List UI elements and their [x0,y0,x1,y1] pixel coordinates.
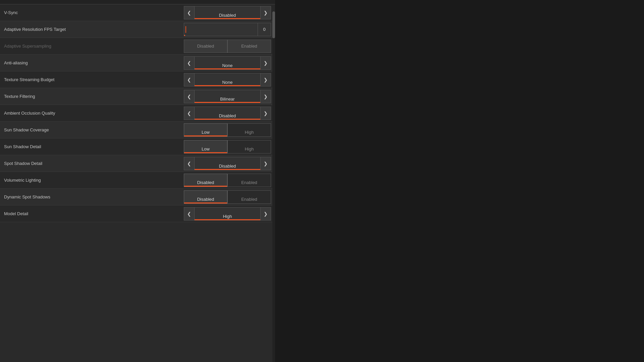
arrow-value-model-detail: High [195,207,260,221]
fps-slider-adaptive-resolution[interactable] [184,23,258,36]
scrollbar[interactable] [272,11,275,362]
arrow-value-bar-ambient-occlusion [195,119,260,120]
toggle-btn-enabled-dynamic-spot-shadows[interactable]: Enabled [227,190,271,204]
arrow-value-bar-texture-streaming [195,85,260,86]
setting-row-anti-aliasing: Anti-aliasing❮None❯ [0,55,275,71]
setting-row-texture-streaming: Texture Streaming Budget❮None❯ [0,71,275,88]
setting-row-texture-filtering: Texture Filtering❮Bilinear❯ [0,88,275,105]
left-arrow-btn-ambient-occlusion[interactable]: ❮ [184,107,195,120]
left-arrow-btn-anti-aliasing[interactable]: ❮ [184,56,195,70]
toggle-btn-high-sun-shadow-detail[interactable]: High [227,140,271,154]
setting-label-model-detail: Model Detail [4,211,28,216]
arrow-value-text-ambient-occlusion: Disabled [219,113,236,118]
left-arrow-btn-texture-filtering[interactable]: ❮ [184,90,195,103]
toggle-btn-disabled-volumetric-lighting[interactable]: Disabled [184,174,227,187]
setting-label-vsync: V-Sync [4,10,18,15]
right-arrow-btn-texture-streaming[interactable]: ❯ [260,73,271,86]
arrow-value-text-texture-filtering: Bilinear [220,97,234,102]
arrow-control-texture-streaming: ❮None❯ [184,73,271,86]
scrollbar-thumb[interactable] [272,11,275,38]
setting-label-dynamic-spot-shadows: Dynamic Spot Shadows [4,194,50,199]
setting-label-adaptive-supersampling: Adaptive Supersampling [4,44,51,49]
setting-label-sun-shadow-detail: Sun Shadow Detail [4,144,41,149]
setting-label-texture-streaming: Texture Streaming Budget [4,77,54,82]
toggle-btn-enabled-volumetric-lighting[interactable]: Enabled [227,174,271,187]
arrow-value-vsync: Disabled [195,6,260,19]
setting-label-texture-filtering: Texture Filtering [4,94,35,99]
setting-label-spot-shadow-detail: Spot Shadow Detail [4,161,42,166]
setting-row-sun-shadow-coverage: Sun Shadow CoverageLowHigh [0,122,275,138]
advanced-settings-panel: V-Sync❮Disabled❯Adaptive Resolution FPS … [0,0,275,362]
ss-control-adaptive-supersampling: DisabledEnabled [184,40,271,53]
fps-cursor-adaptive-resolution [185,26,186,33]
arrow-value-texture-filtering: Bilinear [195,90,260,103]
setting-row-adaptive-supersampling: Adaptive SupersamplingDisabledEnabled [0,38,275,55]
ss-btn-enabled-adaptive-supersampling[interactable]: Enabled [227,40,271,53]
left-arrow-btn-spot-shadow-detail[interactable]: ❮ [184,157,195,170]
arrow-value-bar-spot-shadow-detail [195,169,260,170]
ss-btn-disabled-adaptive-supersampling[interactable]: Disabled [184,40,227,53]
left-arrow-btn-model-detail[interactable]: ❮ [184,207,195,221]
arrow-control-texture-filtering: ❮Bilinear❯ [184,90,271,103]
setting-row-sun-shadow-detail: Sun Shadow DetailLowHigh [0,138,275,155]
setting-row-adaptive-resolution: Adaptive Resolution FPS Target0 [0,21,275,38]
arrow-value-spot-shadow-detail: Disabled [195,157,260,170]
left-arrow-btn-texture-streaming[interactable]: ❮ [184,73,195,86]
arrow-control-spot-shadow-detail: ❮Disabled❯ [184,157,271,170]
arrow-value-bar-anti-aliasing [195,68,260,69]
toggle-btn-disabled-dynamic-spot-shadows[interactable]: Disabled [184,190,227,204]
toggle-btn-low-sun-shadow-detail[interactable]: Low [184,140,227,154]
setting-row-dynamic-spot-shadows: Dynamic Spot ShadowsDisabledEnabled [0,189,275,205]
toggle-control-dynamic-spot-shadows: DisabledEnabled [184,190,271,204]
arrow-control-model-detail: ❮High❯ [184,207,271,221]
panel-header [0,0,275,4]
setting-row-vsync: V-Sync❮Disabled❯ [0,4,275,21]
right-arrow-btn-anti-aliasing[interactable]: ❯ [260,56,271,70]
right-arrow-btn-spot-shadow-detail[interactable]: ❯ [260,157,271,170]
setting-row-model-detail: Model Detail❮High❯ [0,205,275,222]
setting-label-sun-shadow-coverage: Sun Shadow Coverage [4,127,49,132]
settings-list: V-Sync❮Disabled❯Adaptive Resolution FPS … [0,4,275,355]
arrow-control-ambient-occlusion: ❮Disabled❯ [184,107,271,120]
toggle-btn-low-sun-shadow-coverage[interactable]: Low [184,123,227,137]
arrow-value-text-model-detail: High [223,214,232,219]
setting-label-adaptive-resolution: Adaptive Resolution FPS Target [4,27,66,32]
arrow-value-text-anti-aliasing: None [222,63,232,68]
right-arrow-btn-ambient-occlusion[interactable]: ❯ [260,107,271,120]
setting-row-ambient-occlusion: Ambient Occlusion Quality❮Disabled❯ [0,105,275,122]
setting-row-volumetric-lighting: Volumetric LightingDisabledEnabled [0,172,275,189]
fps-value-adaptive-resolution: 0 [258,23,271,36]
arrow-value-text-texture-streaming: None [222,80,232,85]
arrow-value-bar-texture-filtering [195,102,260,103]
setting-label-anti-aliasing: Anti-aliasing [4,60,28,65]
toggle-control-volumetric-lighting: DisabledEnabled [184,174,271,187]
toggle-control-sun-shadow-detail: LowHigh [184,140,271,154]
arrow-value-bar-model-detail [195,219,260,220]
setting-label-ambient-occlusion: Ambient Occlusion Quality [4,111,55,116]
left-arrow-btn-vsync[interactable]: ❮ [184,6,195,19]
arrow-value-anti-aliasing: None [195,56,260,70]
right-arrow-btn-model-detail[interactable]: ❯ [260,207,271,221]
right-arrow-btn-vsync[interactable]: ❯ [260,6,271,19]
fps-control-adaptive-resolution: 0 [184,23,271,36]
right-arrow-btn-texture-filtering[interactable]: ❯ [260,90,271,103]
arrow-value-text-spot-shadow-detail: Disabled [219,164,236,169]
arrow-control-vsync: ❮Disabled❯ [184,6,271,19]
toggle-btn-high-sun-shadow-coverage[interactable]: High [227,123,271,137]
arrow-value-text-vsync: Disabled [219,13,236,18]
arrow-value-texture-streaming: None [195,73,260,86]
arrow-value-ambient-occlusion: Disabled [195,107,260,120]
setting-label-volumetric-lighting: Volumetric Lighting [4,178,41,183]
arrow-value-bar-vsync [195,18,260,19]
setting-row-spot-shadow-detail: Spot Shadow Detail❮Disabled❯ [0,155,275,172]
toggle-control-sun-shadow-coverage: LowHigh [184,123,271,137]
arrow-control-anti-aliasing: ❮None❯ [184,56,271,70]
fps-bar-adaptive-resolution [184,35,185,36]
